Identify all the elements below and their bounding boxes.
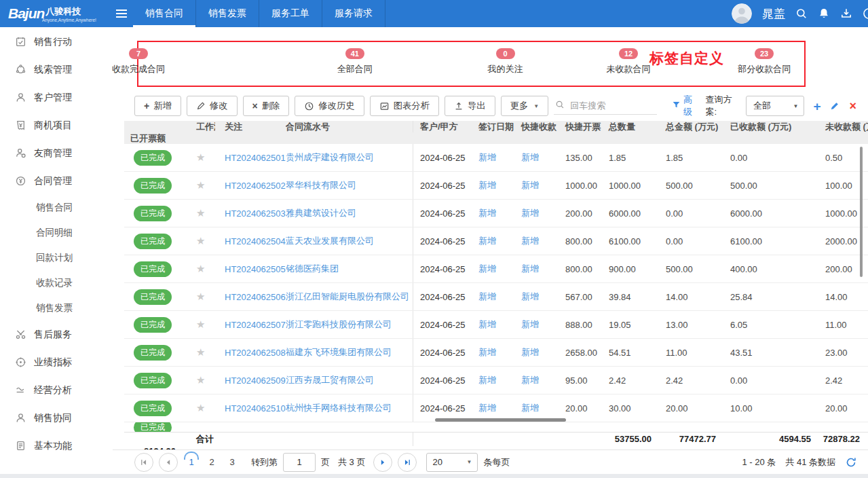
star-icon[interactable]: ★ bbox=[196, 235, 205, 247]
search-input[interactable] bbox=[569, 100, 653, 111]
sidebar-item[interactable]: 销售发票 bbox=[0, 295, 113, 320]
quick-receipt-link[interactable]: 新增 bbox=[478, 291, 496, 303]
contract-serial-link[interactable]: HT2024062507 bbox=[225, 320, 286, 330]
advanced-filter[interactable]: 高级 bbox=[672, 94, 699, 118]
toolbar-button[interactable]: 修改 bbox=[187, 96, 238, 116]
star-icon[interactable]: ★ bbox=[196, 402, 205, 414]
table-row[interactable]: 已完成 ★ HT2024062504 蓝天农业发展有限公司 2024-06-25… bbox=[124, 227, 868, 255]
column-header[interactable]: 快捷收款 bbox=[515, 121, 559, 132]
star-icon[interactable]: ★ bbox=[196, 346, 205, 358]
quick-invoice-link[interactable]: 新增 bbox=[521, 318, 539, 331]
column-header[interactable]: 已开票额 bbox=[124, 132, 184, 144]
quick-receipt-link[interactable]: 新增 bbox=[478, 151, 496, 164]
quick-invoice-link[interactable]: 新增 bbox=[521, 151, 539, 164]
quick-receipt-link[interactable]: 新增 bbox=[478, 318, 496, 331]
sidebar-item[interactable]: 售后服务 bbox=[0, 320, 113, 348]
tag-filter[interactable]: 0 我的关注 bbox=[461, 48, 550, 75]
table-row[interactable]: 已完成 ★ HT2024062503 雅典建筑设计公司 2024-06-25 新… bbox=[124, 200, 868, 227]
star-icon[interactable]: ★ bbox=[196, 374, 205, 386]
sidebar-item[interactable]: 回款计划 bbox=[0, 245, 113, 270]
contract-serial-link[interactable]: HT2024062501 bbox=[225, 153, 286, 163]
quick-invoice-link[interactable]: 新增 bbox=[521, 263, 539, 275]
prev-page-button[interactable] bbox=[159, 453, 178, 472]
last-page-button[interactable] bbox=[398, 453, 417, 472]
quick-invoice-link[interactable]: 新增 bbox=[521, 179, 539, 191]
quick-receipt-link[interactable]: 新增 bbox=[478, 207, 496, 219]
quick-invoice-link[interactable]: 新增 bbox=[521, 207, 539, 219]
download-icon[interactable] bbox=[840, 7, 852, 20]
quick-receipt-link[interactable]: 新增 bbox=[478, 402, 496, 414]
customer-link[interactable]: 贵州成宇建设有限公司 bbox=[286, 151, 374, 164]
quick-invoice-link[interactable]: 新增 bbox=[521, 291, 539, 303]
bell-icon[interactable] bbox=[818, 7, 830, 20]
contract-serial-link[interactable]: HT2024062505 bbox=[225, 264, 286, 274]
scheme-select[interactable]: 全部 ▼ bbox=[746, 96, 804, 116]
column-header[interactable]: 合同流水号 bbox=[286, 121, 413, 132]
vertical-scrollbar[interactable] bbox=[860, 147, 863, 277]
table-row[interactable]: 已完成 ★ HT2024062506 浙江亿田智能厨电股份有限公司 2024-0… bbox=[124, 283, 868, 311]
star-icon[interactable]: ★ bbox=[196, 318, 205, 331]
sidebar-item[interactable]: 合同管理 bbox=[0, 167, 113, 195]
contract-serial-link[interactable]: HT2024062506 bbox=[225, 292, 286, 302]
toolbar-button[interactable]: 导出 bbox=[445, 96, 495, 116]
contract-serial-link[interactable]: HT2024062509 bbox=[225, 375, 286, 386]
search-icon[interactable] bbox=[795, 7, 808, 20]
star-icon[interactable]: ★ bbox=[196, 263, 205, 275]
column-header[interactable]: 未收款额 (万元) bbox=[819, 121, 868, 132]
customer-link[interactable]: 雅典建筑设计公司 bbox=[286, 207, 356, 219]
quick-receipt-link[interactable]: 新增 bbox=[478, 235, 496, 247]
column-header[interactable]: 总金额 (万元) bbox=[660, 121, 724, 132]
contract-serial-link[interactable]: HT2024062508 bbox=[225, 348, 286, 358]
customer-link[interactable]: 铭德医药集团 bbox=[286, 263, 339, 275]
sidebar-item[interactable]: 收款记录 bbox=[0, 270, 113, 295]
add-scheme-button[interactable]: + bbox=[813, 100, 820, 113]
goto-page-input[interactable] bbox=[283, 453, 316, 472]
table-row[interactable]: 已完成 ★ HT2024062509 江西夯晟工贸有限公司 2024-06-25… bbox=[124, 367, 868, 394]
avatar[interactable] bbox=[732, 3, 752, 24]
tag-filter[interactable]: 41 全部合同 bbox=[311, 48, 399, 75]
sidebar-item[interactable]: 经营分析 bbox=[0, 376, 113, 404]
contract-serial-link[interactable]: HT2024062504 bbox=[225, 236, 286, 246]
edit-scheme-button[interactable] bbox=[829, 100, 840, 111]
column-header[interactable]: 工作流状态 bbox=[184, 121, 215, 132]
customer-link[interactable]: 浙江亿田智能厨电股份有限公司 bbox=[286, 291, 409, 303]
column-header[interactable]: 快捷开票 bbox=[559, 121, 603, 132]
customer-link[interactable]: 杭州快手网络科技有限公司 bbox=[286, 402, 392, 414]
horizontal-scrollbar[interactable] bbox=[435, 418, 566, 422]
menu-icon[interactable] bbox=[110, 0, 133, 27]
username[interactable]: 晁盖 bbox=[762, 6, 785, 22]
nav-tab[interactable]: 销售发票 bbox=[196, 0, 259, 27]
star-icon[interactable]: ★ bbox=[196, 179, 205, 191]
star-icon[interactable]: ★ bbox=[196, 207, 205, 219]
sidebar-item[interactable]: 业绩指标 bbox=[0, 348, 113, 376]
quick-invoice-link[interactable]: 新增 bbox=[521, 346, 539, 358]
table-row[interactable]: 已完成 ★ HT2024062501 贵州成宇建设有限公司 2024-06-25… bbox=[124, 144, 868, 172]
quick-invoice-link[interactable]: 新增 bbox=[521, 235, 539, 247]
page-number[interactable]: 3 bbox=[224, 457, 240, 467]
nav-tab[interactable]: 服务工单 bbox=[259, 0, 322, 27]
sidebar-item[interactable]: 友商管理 bbox=[0, 139, 113, 167]
customer-link[interactable]: 江西夯晟工贸有限公司 bbox=[286, 374, 374, 386]
clipped-row[interactable]: 已完成 bbox=[124, 422, 868, 432]
delete-scheme-button[interactable]: × bbox=[849, 100, 856, 112]
customer-link[interactable]: 福建东飞环境集团有限公司 bbox=[286, 346, 392, 358]
quick-invoice-link[interactable]: 新增 bbox=[521, 374, 539, 386]
page-number[interactable]: 2 bbox=[204, 457, 220, 467]
brand-logo[interactable]: Bajun 八骏科技 Anyone,Anytime,Anywhere! bbox=[0, 0, 110, 27]
quick-receipt-link[interactable]: 新增 bbox=[478, 374, 496, 386]
star-icon[interactable]: ★ bbox=[196, 151, 205, 164]
quick-receipt-link[interactable]: 新增 bbox=[478, 346, 496, 358]
page-number[interactable]: 1 bbox=[183, 457, 200, 467]
contract-serial-link[interactable]: HT2024062502 bbox=[225, 181, 286, 191]
toolbar-button[interactable]: 修改历史 bbox=[295, 96, 364, 116]
partial-circle-icon[interactable] bbox=[863, 7, 868, 20]
quick-receipt-link[interactable]: 新增 bbox=[478, 263, 496, 275]
quick-receipt-link[interactable]: 新增 bbox=[478, 179, 496, 191]
sidebar-item[interactable]: 合同明细 bbox=[0, 220, 113, 245]
customer-link[interactable]: 蓝天农业发展有限公司 bbox=[286, 235, 374, 247]
customer-link[interactable]: 浙江零跑科技股份有限公司 bbox=[286, 318, 392, 331]
contract-serial-link[interactable]: HT2024062503 bbox=[225, 208, 286, 219]
star-icon[interactable]: ★ bbox=[196, 291, 205, 303]
quick-invoice-link[interactable]: 新增 bbox=[521, 402, 539, 414]
sidebar-item[interactable]: 基本功能 bbox=[0, 432, 113, 460]
